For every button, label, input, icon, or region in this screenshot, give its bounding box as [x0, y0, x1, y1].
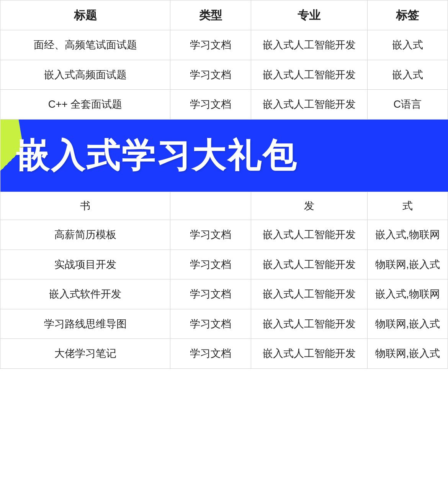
row-tag: 嵌入式,物联网	[367, 279, 448, 309]
row-tag: C语言	[367, 90, 448, 120]
row-type: 学习文档	[170, 60, 251, 90]
table-row: 高薪简历模板 学习文档 嵌入式人工智能开发 嵌入式,物联网	[0, 220, 448, 250]
row-major: 嵌入式人工智能开发	[251, 250, 367, 279]
row-tag: 嵌入式	[367, 60, 448, 90]
header-major: 专业	[251, 0, 367, 30]
table-header-row: 标题 类型 专业 标签	[0, 0, 448, 30]
row-title: 学习路线思维导图	[0, 309, 170, 339]
partial-major: 发	[251, 192, 367, 220]
row-type: 学习文档	[170, 30, 251, 60]
row-major: 嵌入式人工智能开发	[251, 279, 367, 309]
row-title: 嵌入式高频面试题	[0, 60, 170, 90]
table-row: 学习路线思维导图 学习文档 嵌入式人工智能开发 物联网,嵌入式	[0, 309, 448, 339]
row-type: 学习文档	[170, 250, 251, 279]
header-tag: 标签	[367, 0, 448, 30]
row-major: 嵌入式人工智能开发	[251, 220, 367, 250]
row-title: 高薪简历模板	[0, 220, 170, 250]
row-type: 学习文档	[170, 220, 251, 250]
table-row: 嵌入式高频面试题 学习文档 嵌入式人工智能开发 嵌入式	[0, 60, 448, 90]
partial-table-row: 书 发 式	[0, 192, 448, 220]
row-major: 嵌入式人工智能开发	[251, 309, 367, 339]
row-type: 学习文档	[170, 90, 251, 120]
row-major: 嵌入式人工智能开发	[251, 90, 367, 120]
row-tag: 嵌入式,物联网	[367, 220, 448, 250]
partial-title: 书	[0, 192, 170, 220]
row-major: 嵌入式人工智能开发	[251, 339, 367, 369]
row-title: 大佬学习笔记	[0, 339, 170, 369]
header-type: 类型	[170, 0, 251, 30]
row-tag: 物联网,嵌入式	[367, 339, 448, 369]
row-tag: 物联网,嵌入式	[367, 309, 448, 339]
table-row: 实战项目开发 学习文档 嵌入式人工智能开发 物联网,嵌入式	[0, 250, 448, 279]
row-title: 面经、高频笔试面试题	[0, 30, 170, 60]
row-tag: 嵌入式	[367, 30, 448, 60]
row-type: 学习文档	[170, 309, 251, 339]
banner-cell: 嵌入式学习大礼包	[0, 119, 448, 192]
row-type: 学习文档	[170, 339, 251, 369]
partial-type	[170, 192, 251, 220]
row-title: 嵌入式软件开发	[0, 279, 170, 309]
header-title: 标题	[0, 0, 170, 30]
main-table-container: 标题 类型 专业 标签 面经、高频笔试面试题 学习文档 嵌入式人工智能开发 嵌入…	[0, 0, 448, 369]
table-row: 嵌入式软件开发 学习文档 嵌入式人工智能开发 嵌入式,物联网	[0, 279, 448, 309]
row-tag: 物联网,嵌入式	[367, 250, 448, 279]
row-major: 嵌入式人工智能开发	[251, 30, 367, 60]
banner-text: 嵌入式学习大礼包	[16, 130, 298, 181]
row-title: 实战项目开发	[0, 250, 170, 279]
banner-overlay: 嵌入式学习大礼包	[0, 120, 448, 192]
table-row: 大佬学习笔记 学习文档 嵌入式人工智能开发 物联网,嵌入式	[0, 339, 448, 369]
table-row: C++ 全套面试题 学习文档 嵌入式人工智能开发 C语言	[0, 90, 448, 120]
partial-tag: 式	[367, 192, 448, 220]
row-major: 嵌入式人工智能开发	[251, 60, 367, 90]
row-title: C++ 全套面试题	[0, 90, 170, 120]
table-row: 面经、高频笔试面试题 学习文档 嵌入式人工智能开发 嵌入式	[0, 30, 448, 60]
row-type: 学习文档	[170, 279, 251, 309]
banner-row: 嵌入式学习大礼包	[0, 119, 448, 192]
